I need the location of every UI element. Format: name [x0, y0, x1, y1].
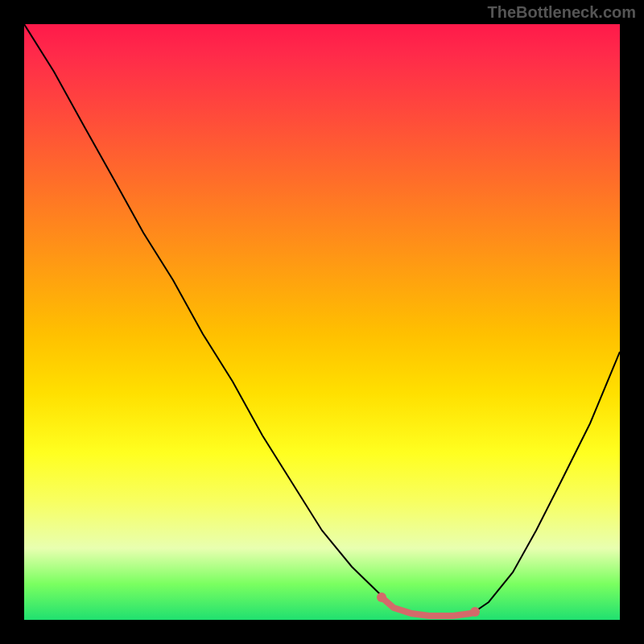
watermark-text: TheBottleneck.com: [488, 3, 636, 22]
chart-svg: [24, 24, 620, 620]
marker-end-dot: [470, 607, 480, 617]
marker-start-dot: [377, 592, 386, 602]
chart-plot-area: [24, 24, 620, 620]
optimal-range-marker: [382, 597, 471, 616]
bottleneck-curve-line: [24, 24, 620, 617]
